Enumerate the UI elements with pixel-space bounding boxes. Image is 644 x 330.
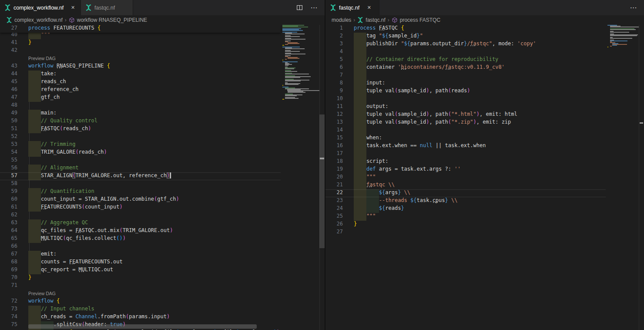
code-line[interactable]: 1process FASTQC {: [325, 25, 644, 33]
code-line[interactable]: 57 STAR_ALIGN(TRIM_GALORE.out, reference…: [0, 172, 325, 180]
code-line[interactable]: 55: [0, 157, 325, 165]
code-line[interactable]: 65 MULTIQC(qc_files.collect()): [0, 235, 325, 243]
code-line[interactable]: 62: [0, 212, 325, 219]
code-line[interactable]: 42: [0, 47, 325, 55]
split-editor-icon[interactable]: [295, 3, 304, 12]
code-line[interactable]: 71: [0, 282, 325, 290]
tab-label: complex_workflow.nf: [13, 5, 64, 11]
code-line[interactable]: 49 main:: [0, 110, 325, 118]
line-number: 1: [325, 25, 343, 31]
minimap-left[interactable]: [281, 25, 319, 330]
code-line[interactable]: 41}: [0, 39, 325, 47]
codelens-preview-dag[interactable]: Preview DAG: [0, 55, 325, 63]
code-line[interactable]: 11 output:: [325, 103, 644, 111]
code-line[interactable]: 47 gtf_ch: [0, 94, 325, 102]
code-line[interactable]: 45 reads_ch: [0, 78, 325, 86]
code-line[interactable]: 27process FEATURECOUNTS {: [0, 25, 281, 33]
code-line[interactable]: 50 // Quality control: [0, 118, 325, 125]
code-line[interactable]: 6 container 'biocontainers/fastqc:v0.11.…: [325, 64, 644, 72]
code-line[interactable]: 18 script:: [325, 158, 644, 166]
line-number: 52: [0, 133, 17, 139]
code-line[interactable]: 21 fastqc \\: [325, 182, 644, 189]
line-number: 4: [325, 48, 343, 54]
code-line[interactable]: 67 emit:: [0, 251, 325, 259]
breadcrumb-item-file[interactable]: fastqc.nf: [366, 17, 385, 23]
code-line[interactable]: 70}: [0, 274, 325, 282]
line-number: 42: [0, 47, 17, 53]
breadcrumb-item-symbol[interactable]: workflow RNASEQ_PIPELINE: [77, 17, 147, 23]
tab-fastqc-nf-right[interactable]: fastqc.nf ✕: [325, 0, 379, 15]
code-line[interactable]: 61 FEATURECOUNTS(count_input): [0, 204, 325, 212]
tab-fastqc-nf-left[interactable]: fastqc.nf: [81, 0, 133, 15]
minimap-right[interactable]: [606, 25, 639, 330]
code-line[interactable]: 8 input:: [325, 80, 644, 88]
line-number: 58: [0, 180, 17, 186]
code-line[interactable]: 44 take:: [0, 71, 325, 78]
breadcrumb-item-file[interactable]: complex_workflow.nf: [14, 17, 63, 23]
tab-complex-workflow-nf[interactable]: complex_workflow.nf ✕: [0, 0, 81, 15]
breadcrumb: modules › fastqc.nf › process FASTQC: [325, 15, 644, 25]
code-line[interactable]: 10: [325, 95, 644, 103]
close-icon[interactable]: ✕: [70, 4, 76, 11]
code-line[interactable]: 12 tuple val(sample_id), path("*.html"),…: [325, 111, 644, 119]
code-line[interactable]: 4: [325, 48, 644, 56]
code-line[interactable]: 51 FASTQC(reads_ch): [0, 125, 325, 133]
line-number: 19: [325, 166, 343, 172]
code-line[interactable]: 2 tag "${sample_id}": [325, 33, 644, 40]
code-editor-left[interactable]: 40 """41}42Preview DAG43workflow RNASEQ_…: [0, 25, 325, 330]
code-editor-right[interactable]: 1process FASTQC {2 tag "${sample_id}"3 p…: [325, 25, 644, 330]
code-line[interactable]: 25 """: [325, 213, 644, 221]
horizontal-scrollbar-thumb[interactable]: [28, 324, 257, 329]
code-line[interactable]: 54 TRIM_GALORE(reads_ch): [0, 149, 325, 157]
code-line[interactable]: 13 tuple val(sample_id), path("*.zip"), …: [325, 119, 644, 127]
line-number: 8: [325, 80, 343, 86]
code-line[interactable]: 74 ch_reads = Channel.fromPath(params.in…: [0, 313, 325, 321]
line-number: 21: [325, 182, 343, 188]
breadcrumb-item-symbol[interactable]: process FASTQC: [400, 17, 440, 23]
code-line[interactable]: 69 qc_report = MULTIQC.out: [0, 266, 325, 274]
code-line[interactable]: 64 qc_files = FASTQC.out.mix(TRIM_GALORE…: [0, 227, 325, 235]
code-line[interactable]: 59 // Quantification: [0, 188, 325, 196]
code-line[interactable]: 43workflow RNASEQ_PIPELINE {: [0, 63, 325, 71]
code-line[interactable]: 23 --threads ${task.cpus} \\: [325, 197, 644, 205]
code-line[interactable]: 19 def args = task.ext.args ?: '': [325, 166, 644, 174]
more-actions-icon[interactable]: ⋯: [310, 3, 319, 12]
line-number: 24: [325, 205, 343, 211]
code-line[interactable]: 66: [0, 243, 325, 251]
vertical-scrollbar-thumb[interactable]: [319, 114, 325, 248]
code-line[interactable]: 14: [325, 127, 644, 135]
codelens-preview-dag[interactable]: Preview DAG: [0, 290, 325, 298]
code-line[interactable]: 63 // Aggregate QC: [0, 219, 325, 227]
code-line[interactable]: 60 count_input = STAR_ALIGN.out.combine(…: [0, 196, 325, 204]
code-line[interactable]: 7: [325, 72, 644, 80]
code-line[interactable]: 20 """: [325, 174, 644, 182]
code-line[interactable]: 9 tuple val(sample_id), path(reads): [325, 88, 644, 95]
code-line[interactable]: 68 counts = FEATURECOUNTS.out: [0, 259, 325, 266]
code-line[interactable]: 73 // Input channels: [0, 306, 325, 313]
overview-ruler-right: [639, 25, 644, 330]
code-line[interactable]: 52: [0, 133, 325, 141]
code-line[interactable]: 72workflow {: [0, 298, 325, 306]
code-line[interactable]: 26}: [325, 221, 644, 229]
code-line[interactable]: 58: [0, 180, 325, 188]
code-line[interactable]: 48: [0, 102, 325, 110]
code-line[interactable]: 16 task.ext.when == null || task.ext.whe…: [325, 142, 644, 150]
tab-label: fastqc.nf: [94, 5, 115, 11]
line-number: 45: [0, 78, 17, 84]
code-line[interactable]: 3 publishDir "${params.output_dir}/fastq…: [325, 40, 644, 48]
code-line[interactable]: 56 // Alignment: [0, 165, 325, 172]
close-icon[interactable]: ✕: [366, 4, 372, 11]
code-line[interactable]: 24 ${reads}: [325, 205, 644, 213]
line-number: 26: [325, 221, 343, 227]
sticky-scroll-line[interactable]: 27process FEATURECOUNTS {: [0, 25, 281, 33]
breadcrumb-item-folder[interactable]: modules: [332, 17, 351, 23]
code-line[interactable]: 46 reference_ch: [0, 86, 325, 94]
line-number: 47: [0, 94, 17, 100]
code-line[interactable]: 15 when:: [325, 135, 644, 142]
code-line[interactable]: 17: [325, 150, 644, 158]
code-line[interactable]: 22 ${args} \\: [325, 189, 644, 197]
code-line[interactable]: 53 // Trimming: [0, 141, 325, 149]
code-line[interactable]: 27: [325, 229, 644, 236]
more-actions-icon[interactable]: ⋯: [629, 3, 638, 12]
code-line[interactable]: 5 // Container directive for reproducibi…: [325, 56, 644, 64]
